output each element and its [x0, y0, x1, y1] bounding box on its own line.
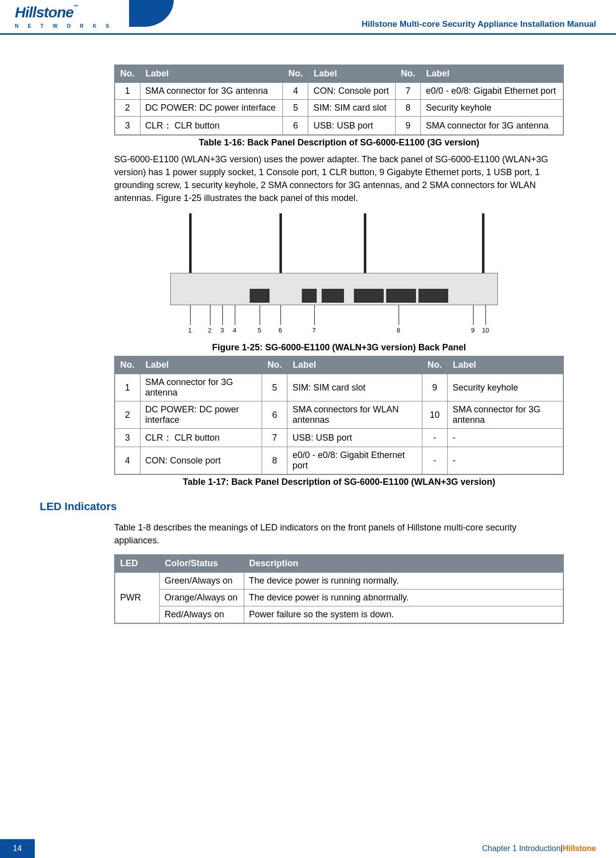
page-number: 14	[0, 839, 35, 858]
cell-no: -	[422, 447, 447, 475]
cell-label: Security keyhole	[420, 100, 563, 117]
table-led: LED Color/Status Description PWR Green/A…	[114, 554, 564, 624]
cell-led: PWR	[115, 572, 159, 623]
table-1-17: No. Label No. Label No. Label 1 SMA conn…	[114, 356, 564, 475]
th-no: No.	[262, 356, 287, 374]
cell-no: 2	[115, 100, 140, 117]
cell-label: SMA connector for 3G antenna	[140, 374, 262, 401]
cell-label: SIM: SIM card slot	[308, 100, 395, 117]
cell-label: e0/0 - e0/8: Gigabit Ethernet port	[287, 447, 422, 475]
th-no: No.	[115, 356, 140, 374]
cell-no: 6	[262, 401, 287, 429]
callout-num: 6	[278, 327, 282, 334]
cell-no: 5	[262, 374, 287, 401]
table-row: 1 SMA connector for 3G antenna 5 SIM: SI…	[115, 374, 563, 401]
callout-line	[280, 305, 281, 325]
port-block	[302, 289, 317, 303]
antenna-icon	[189, 213, 192, 275]
table-row: 3 CLR： CLR button 6 USB: USB port 9 SMA …	[115, 117, 563, 135]
th-no: No.	[283, 65, 308, 82]
th-no: No.	[422, 356, 447, 374]
footer-chapter: Chapter 1 Introduction	[482, 844, 560, 853]
callout-num: 2	[208, 327, 211, 334]
device-illustration: 1 2 3 4 5 6 7 8 9 10	[170, 213, 508, 337]
port-block	[418, 289, 448, 303]
callout-line	[399, 305, 399, 325]
figure-1-25-caption: Figure 1-25: SG-6000-E1100 (WALN+3G vers…	[114, 342, 564, 353]
table-1-17-caption: Table 1-17: Back Panel Description of SG…	[114, 477, 564, 487]
th-label: Label	[140, 65, 283, 82]
th-no: No.	[115, 65, 140, 82]
cell-label: SIM: SIM card slot	[287, 374, 422, 401]
callout-num: 5	[258, 327, 261, 334]
cell-no: 8	[262, 447, 287, 475]
cell-label: DC POWER: DC power interface	[140, 100, 283, 117]
cell-label: -	[447, 447, 563, 475]
callout-num: 9	[471, 327, 475, 334]
th-label: Label	[447, 356, 563, 374]
table-1-16: No. Label No. Label No. Label 1 SMA conn…	[114, 65, 564, 135]
callout-line	[260, 305, 260, 325]
callout-line	[222, 305, 223, 325]
cell-no: 9	[395, 117, 420, 135]
table-row: 4 CON: Console port 8 e0/0 - e0/8: Gigab…	[115, 447, 563, 475]
port-block	[250, 289, 270, 303]
callout-num: 1	[188, 327, 192, 334]
page-header: Hillstone™ N E T W O R K S Hillstone Mul…	[0, 0, 616, 35]
callout-line	[473, 305, 474, 325]
cell-color-status: Orange/Always on	[159, 589, 244, 606]
th-label: Label	[140, 356, 262, 374]
cell-label: CON: Console port	[140, 447, 262, 475]
callout-num: 8	[397, 327, 400, 334]
cell-label: Security keyhole	[447, 374, 563, 401]
table-row: Red/Always on Power failure so the syste…	[115, 606, 563, 623]
cell-description: The device power is running abnormally.	[244, 589, 563, 606]
brand-logo: Hillstone™ N E T W O R K S	[15, 4, 113, 30]
th-label: Label	[287, 356, 422, 374]
cell-label: SMA connector for 3G antenna	[447, 401, 563, 429]
port-block	[386, 289, 416, 303]
th-color-status: Color/Status	[159, 555, 244, 572]
antenna-icon	[279, 213, 282, 275]
cell-label: SMA connector for 3G antenna	[420, 117, 563, 135]
table-header-row: No. Label No. Label No. Label	[115, 65, 563, 82]
cell-label: CLR： CLR button	[140, 117, 283, 135]
callout-num: 7	[312, 327, 316, 334]
cell-no: 2	[115, 401, 140, 429]
cell-label: -	[447, 429, 563, 447]
cell-label: USB: USB port	[308, 117, 395, 135]
table-row: 2 DC POWER: DC power interface 6 SMA con…	[115, 401, 563, 429]
cell-no: 3	[115, 117, 140, 135]
main-content: No. Label No. Label No. Label 1 SMA conn…	[114, 65, 564, 624]
callout-line	[314, 305, 315, 325]
port-block	[322, 289, 344, 303]
cell-no: 6	[283, 117, 308, 135]
cell-no: 5	[283, 100, 308, 117]
page-footer: 14 Chapter 1 Introduction | Hillstone	[0, 839, 616, 858]
header-swoosh	[129, 0, 174, 27]
cell-no: 1	[115, 82, 140, 100]
cell-label: e0/0 - e0/8: Gigabit Ethernet port	[420, 82, 563, 100]
cell-no: 3	[115, 429, 140, 447]
cell-label: SMA connectors for WLAN antennas	[287, 401, 422, 429]
th-no: No.	[395, 65, 420, 82]
cell-label: USB: USB port	[287, 429, 422, 447]
cell-description: Power failure so the system is down.	[244, 606, 563, 623]
cell-no: 8	[395, 100, 420, 117]
cell-color-status: Red/Always on	[159, 606, 244, 623]
table-1-16-caption: Table 1-16: Back Panel Description of SG…	[114, 137, 564, 148]
th-led: LED	[115, 555, 159, 572]
th-label: Label	[420, 65, 563, 82]
th-description: Description	[244, 555, 563, 572]
figure-1-25: 1 2 3 4 5 6 7 8 9 10	[170, 213, 508, 337]
brand-text: Hillstone	[15, 4, 73, 20]
cell-no: 1	[115, 374, 140, 401]
paragraph-led-intro: Table 1-8 describes the meanings of LED …	[114, 521, 564, 547]
cell-no: 9	[422, 374, 447, 401]
cell-no: 4	[283, 82, 308, 100]
callout-num: 4	[233, 327, 236, 334]
cell-no: 4	[115, 447, 140, 475]
th-label: Label	[308, 65, 395, 82]
table-row: 2 DC POWER: DC power interface 5 SIM: SI…	[115, 100, 563, 117]
antenna-icon	[364, 213, 366, 275]
